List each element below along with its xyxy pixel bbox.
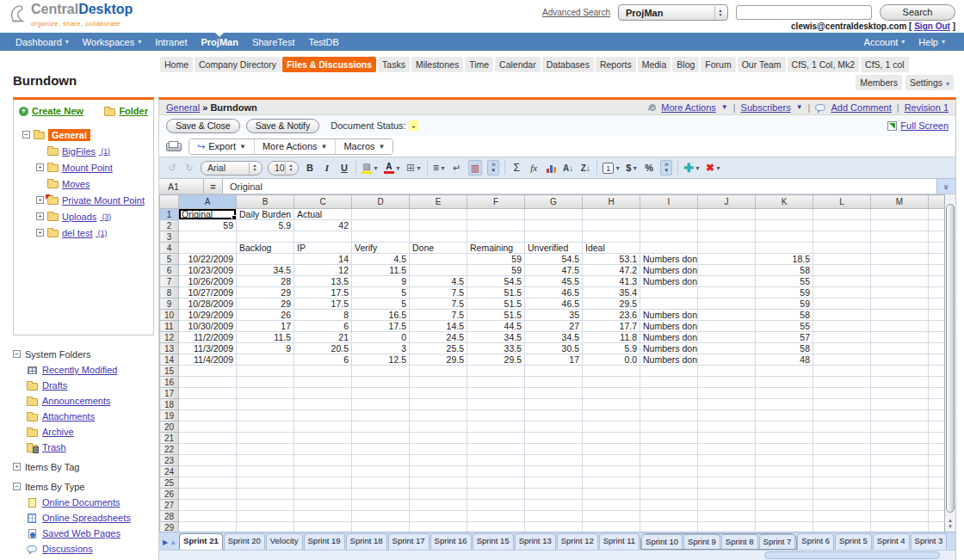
cell-i9[interactable]: [640, 298, 698, 310]
cell-d14[interactable]: 12.5: [352, 354, 410, 366]
cell-g7[interactable]: 45.5: [525, 276, 583, 287]
cell-l3[interactable]: [813, 231, 871, 243]
cell-k18[interactable]: [756, 399, 813, 410]
cell-k28[interactable]: [756, 511, 813, 522]
search-button[interactable]: Search: [880, 4, 955, 21]
save-close-button[interactable]: Save & Close: [166, 119, 240, 133]
cell-d16[interactable]: [352, 377, 410, 388]
sidebar-item-online-documents[interactable]: Online Documents: [13, 495, 156, 510]
cell-h23[interactable]: [583, 455, 640, 466]
cell-h3[interactable]: [583, 231, 640, 243]
cell-l27[interactable]: [813, 500, 871, 511]
row-header-14[interactable]: 14: [160, 354, 179, 366]
cell-a9[interactable]: 10/28/2009: [179, 298, 237, 310]
cell-a23[interactable]: [179, 455, 237, 466]
cell-e12[interactable]: 24.5: [410, 332, 467, 343]
cell-c13[interactable]: 20.5: [294, 343, 352, 354]
sheet-tab-sprint-20[interactable]: Sprint 20: [224, 533, 265, 550]
cell-c22[interactable]: [294, 444, 352, 455]
nav-item-sharetest[interactable]: ShareTest: [245, 33, 302, 51]
row-header-2[interactable]: 2: [160, 220, 179, 231]
cell-l4[interactable]: [813, 243, 871, 254]
cell-e21[interactable]: [410, 433, 467, 444]
cell-f6[interactable]: 59: [467, 265, 525, 276]
cell-m17[interactable]: [871, 388, 929, 399]
export-menu[interactable]: ↪ Export ▼: [189, 139, 254, 154]
cell-h9[interactable]: 29.5: [583, 298, 640, 310]
tab-settings[interactable]: Settings▾: [905, 75, 954, 90]
cell-g26[interactable]: [525, 489, 583, 500]
cell-g4[interactable]: Unverified: [525, 243, 583, 254]
cell-b2[interactable]: 5.9: [237, 220, 294, 231]
sidebar-item-drafts[interactable]: Drafts: [13, 378, 156, 393]
cell-a3[interactable]: [179, 231, 237, 243]
cell-j5[interactable]: [698, 254, 756, 265]
cell-a10[interactable]: 10/29/2009: [179, 310, 237, 321]
cell-i12[interactable]: Numbers don't: [640, 332, 698, 343]
system-folders-header[interactable]: − System Folders: [13, 346, 156, 362]
sheet-tab-sprint-13[interactable]: Sprint 13: [515, 533, 556, 550]
cell-i10[interactable]: Numbers don't: [640, 310, 698, 321]
cell-m29[interactable]: [871, 522, 929, 532]
cell-b14[interactable]: [237, 354, 294, 366]
cell-b9[interactable]: 29: [237, 298, 294, 310]
cell-l17[interactable]: [813, 388, 871, 399]
cell-i21[interactable]: [640, 433, 698, 444]
cell-a27[interactable]: [179, 500, 237, 511]
cell-i6[interactable]: Numbers don't: [640, 265, 698, 276]
cell-m25[interactable]: [871, 477, 929, 489]
cell-c9[interactable]: 17.5: [294, 298, 352, 310]
cell-b26[interactable]: [237, 489, 294, 500]
nav-item-dashboard[interactable]: Dashboard▾: [9, 33, 76, 51]
cell-a4[interactable]: [179, 243, 237, 254]
row-header-12[interactable]: 12: [160, 332, 179, 343]
full-screen-link[interactable]: Full Screen: [900, 120, 949, 131]
cell-g19[interactable]: [525, 410, 583, 422]
cell-g25[interactable]: [525, 477, 583, 489]
folder-link-bigfiles[interactable]: BigFiles: [62, 146, 96, 157]
cell-c12[interactable]: 21: [294, 332, 352, 343]
cell-d26[interactable]: [352, 489, 410, 500]
cell-f20[interactable]: [467, 422, 525, 433]
cell-k17[interactable]: [756, 388, 813, 399]
nav-item-workspaces[interactable]: Workspaces▾: [76, 33, 148, 51]
cell-f21[interactable]: [467, 433, 525, 444]
expand-icon[interactable]: +: [36, 212, 44, 220]
cell-f29[interactable]: [467, 522, 525, 532]
row-header-16[interactable]: 16: [160, 377, 179, 388]
cell-j28[interactable]: [698, 511, 756, 522]
cell-k5[interactable]: 18.5: [756, 254, 813, 265]
cell-c14[interactable]: 6: [294, 354, 352, 366]
tab-media[interactable]: Media: [638, 57, 671, 72]
cell-l10[interactable]: [813, 310, 871, 321]
cell-g6[interactable]: 47.5: [525, 265, 583, 276]
tab-reports[interactable]: Reports: [596, 57, 636, 72]
cell-i20[interactable]: [640, 422, 698, 433]
cell-e23[interactable]: [410, 455, 467, 466]
cell-l23[interactable]: [813, 455, 871, 466]
cell-k7[interactable]: 55: [756, 276, 813, 287]
cell-k6[interactable]: 58: [756, 265, 813, 276]
cell-g14[interactable]: 17: [525, 354, 583, 366]
cell-h2[interactable]: [583, 220, 640, 231]
cell-d25[interactable]: [352, 477, 410, 489]
search-scope-select[interactable]: ProjMan ▲▼: [618, 4, 728, 21]
percent-format-button[interactable]: %: [643, 160, 655, 175]
cell-d19[interactable]: [352, 410, 410, 422]
cell-e13[interactable]: 25.5: [410, 343, 467, 354]
more-actions-link[interactable]: More Actions: [661, 102, 716, 113]
cell-e18[interactable]: [410, 399, 467, 410]
cell-d15[interactable]: [352, 366, 410, 377]
cell-g29[interactable]: [525, 522, 583, 532]
cell-i13[interactable]: Numbers don't: [640, 343, 698, 354]
sidebar-link-announcements[interactable]: Announcements: [42, 396, 111, 406]
cell-j14[interactable]: [698, 354, 756, 366]
cell-e26[interactable]: [410, 489, 467, 500]
cell-e14[interactable]: 29.5: [410, 354, 467, 366]
cell-j20[interactable]: [698, 422, 756, 433]
cell-d7[interactable]: 9: [352, 276, 410, 287]
column-header-f[interactable]: F: [467, 195, 525, 209]
cell-c20[interactable]: [294, 422, 352, 433]
cell-b16[interactable]: [237, 377, 294, 388]
cell-k4[interactable]: [756, 243, 813, 254]
